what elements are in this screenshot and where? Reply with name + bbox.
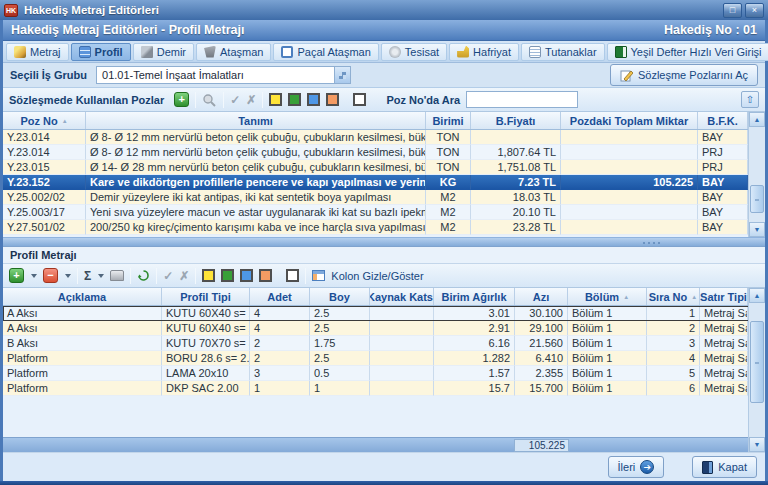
color-filter-yellow[interactable]	[202, 269, 215, 282]
add-row-button[interactable]: +	[9, 268, 24, 283]
color-filter-blue[interactable]	[240, 269, 253, 282]
column-header-aciklama[interactable]: Açıklama	[3, 288, 162, 305]
dropdown-icon	[339, 72, 346, 79]
scroll-track[interactable]	[749, 127, 765, 222]
color-filter-white[interactable]	[353, 93, 366, 106]
scroll-down-arrow[interactable]: ▼	[749, 437, 765, 452]
tab-demir[interactable]: Demir	[133, 43, 194, 61]
color-filter-yellow[interactable]	[269, 93, 282, 106]
color-filter-white[interactable]	[286, 269, 299, 282]
scroll-thumb[interactable]	[750, 321, 764, 403]
column-header-azi[interactable]: Azı	[515, 288, 568, 305]
column-header-kaynak-kats[interactable]: Kaynak Kats.	[370, 288, 434, 305]
thumb-grip	[755, 199, 759, 201]
color-filter-orange[interactable]	[326, 93, 339, 106]
tab-tesisat[interactable]: Tesisat	[381, 43, 447, 61]
table-row[interactable]: Y.23.152Kare ve dikdörtgen profillerle p…	[3, 175, 765, 190]
poz-search-input[interactable]	[466, 91, 578, 108]
column-header-adet[interactable]: Adet	[250, 288, 310, 305]
column-header-bolum[interactable]: Bölüm▲	[568, 288, 647, 305]
cell-tanimi: Ø 8- Ø 12 mm nervürlü beton çelik çubuğu…	[86, 145, 426, 160]
table-row[interactable]: A AksıKUTU 60X40 s= 2 mm42.52.9129.100Bö…	[3, 321, 765, 336]
upper-toolbar-title: Sözleşmede Kullanılan Pozlar	[9, 94, 164, 106]
scroll-up-arrow[interactable]: ▲	[749, 288, 765, 303]
table-row[interactable]: Y.25.002/02Demir yüzeylere iki kat antip…	[3, 190, 765, 205]
scroll-thumb[interactable]	[750, 185, 764, 213]
column-header-tanimi[interactable]: Tanımı	[86, 112, 426, 129]
lower-scrollbar[interactable]: ▲ ▼	[748, 288, 765, 452]
cell-azi: 6.410	[515, 351, 568, 366]
kolon-gizle-button[interactable]: Kolon Gizle/Göster	[331, 270, 423, 282]
apply-row-button[interactable]: ✓	[163, 269, 173, 283]
lookup-icon[interactable]	[202, 93, 217, 107]
poz-grid-header: Poz No▲TanımıBirimiB.FiyatıPozdaki Topla…	[3, 112, 748, 130]
color-filter-group	[202, 269, 299, 282]
add-caret-icon[interactable]	[31, 274, 37, 278]
column-header-b-fiyati[interactable]: B.Fiyatı	[471, 112, 561, 129]
remove-row-button[interactable]: −	[43, 268, 58, 283]
cell-boy: 2.5	[310, 306, 370, 321]
remove-caret-icon[interactable]	[65, 274, 71, 278]
upper-scrollbar[interactable]: ▲ ▼	[748, 112, 765, 237]
add-poz-button[interactable]: +	[174, 92, 189, 107]
tab-profil[interactable]: Profil	[71, 43, 131, 61]
table-row[interactable]: Y.25.003/17Yeni sıva yüzeylere macun ve …	[3, 205, 765, 220]
cell-birim-agirlik: 3.01	[434, 306, 515, 321]
tab-tutanaklar[interactable]: Tutanaklar	[521, 43, 605, 61]
cell-boy: 1	[310, 381, 370, 396]
color-filter-green[interactable]	[288, 93, 301, 106]
tab-ye-il-defter-h-zl-veri-giri-i[interactable]: Yeşil Defter Hızlı Veri Girişi	[607, 43, 768, 61]
tab-metraj[interactable]: Metraj	[6, 43, 69, 61]
table-row[interactable]: PlatformBORU 28.6 s= 2.022.51.2826.410Bö…	[3, 351, 765, 366]
color-filter-blue[interactable]	[307, 93, 320, 106]
sozlesme-pozlarini-ac-button[interactable]: Sözleşme Pozlarını Aç	[610, 64, 758, 86]
scroll-up-arrow[interactable]: ▲	[749, 112, 765, 127]
table-row[interactable]: Y.23.014Ø 8- Ø 12 mm nervürlü beton çeli…	[3, 130, 765, 145]
column-header-bfk[interactable]: B.F.K.	[698, 112, 748, 129]
table-row[interactable]: Y.23.015Ø 14- Ø 28 mm nervürlü beton çel…	[3, 160, 765, 175]
search-label: Poz No'da Ara	[386, 94, 460, 106]
color-filter-orange[interactable]	[259, 269, 272, 282]
table-row[interactable]: A AksıKUTU 60X40 s= 2 mm42.53.0130.100Bö…	[3, 306, 765, 321]
close-button[interactable]: ×	[745, 3, 764, 18]
kapat-button[interactable]: Kapat	[692, 456, 757, 478]
separator	[223, 92, 224, 108]
column-header-birim-agirlik[interactable]: Birim Ağırlık	[434, 288, 515, 305]
cancel-button[interactable]: ✗	[246, 93, 256, 107]
print-button[interactable]	[110, 270, 124, 281]
maximize-button[interactable]: □	[723, 3, 742, 18]
column-header-poz-no[interactable]: Poz No▲	[3, 112, 86, 129]
table-row[interactable]: B AksıKUTU 70X70 s= 3 mm21.756.1621.560B…	[3, 336, 765, 351]
column-header-pozdaki-toplam-miktar[interactable]: Pozdaki Toplam Miktar	[561, 112, 698, 129]
table-row[interactable]: Y.23.014Ø 8- Ø 12 mm nervürlü beton çeli…	[3, 145, 765, 160]
splitter[interactable]	[3, 237, 765, 247]
table-row[interactable]: PlatformLAMA 20x1030.51.572.355Bölüm 15M…	[3, 366, 765, 381]
cell-bfk: PRJ	[698, 145, 748, 160]
column-header-boy[interactable]: Boy	[310, 288, 370, 305]
cell-birim-agirlik: 2.91	[434, 321, 515, 336]
ileri-button[interactable]: İleri ➔	[608, 456, 665, 478]
column-header-sira-no[interactable]: Sıra No▲	[647, 288, 700, 305]
refresh-icon[interactable]	[137, 269, 150, 282]
tab-ata-man[interactable]: Ataşman	[196, 43, 271, 61]
sum-button[interactable]: Σ	[84, 269, 91, 283]
column-header-profil-tipi[interactable]: Profil Tipi	[162, 288, 250, 305]
is-grubu-combo[interactable]: 01.01-Temel İnşaat İmalatları	[96, 66, 351, 84]
scroll-down-arrow[interactable]: ▼	[749, 222, 765, 237]
table-row[interactable]: Y.27.501/02200/250 kg kireç/çimento karı…	[3, 220, 765, 235]
sum-caret-icon[interactable]	[98, 274, 104, 278]
tab-pa-al-ata-man[interactable]: Paçal Ataşman	[273, 43, 378, 61]
scroll-track[interactable]	[749, 303, 765, 437]
up-arrow-button[interactable]: ⇧	[741, 91, 759, 108]
app-window: HK Hakediş Metraj Editörleri □ × Hakediş…	[0, 0, 768, 485]
color-filter-green[interactable]	[221, 269, 234, 282]
apply-button[interactable]: ✓	[230, 93, 240, 107]
column-header-birimi[interactable]: Birimi	[426, 112, 471, 129]
table-row[interactable]: PlatformDKP SAC 2.001115.715.700Bölüm 16…	[3, 381, 765, 396]
combo-dropdown-button[interactable]	[334, 67, 350, 83]
column-header-satir-tipi[interactable]: Satır Tipi	[700, 288, 748, 305]
tab-hafriyat[interactable]: Hafriyat	[449, 43, 519, 61]
cancel-row-button[interactable]: ✗	[179, 269, 189, 283]
cell-adet: 4	[250, 306, 310, 321]
tesisat-icon	[389, 46, 401, 58]
